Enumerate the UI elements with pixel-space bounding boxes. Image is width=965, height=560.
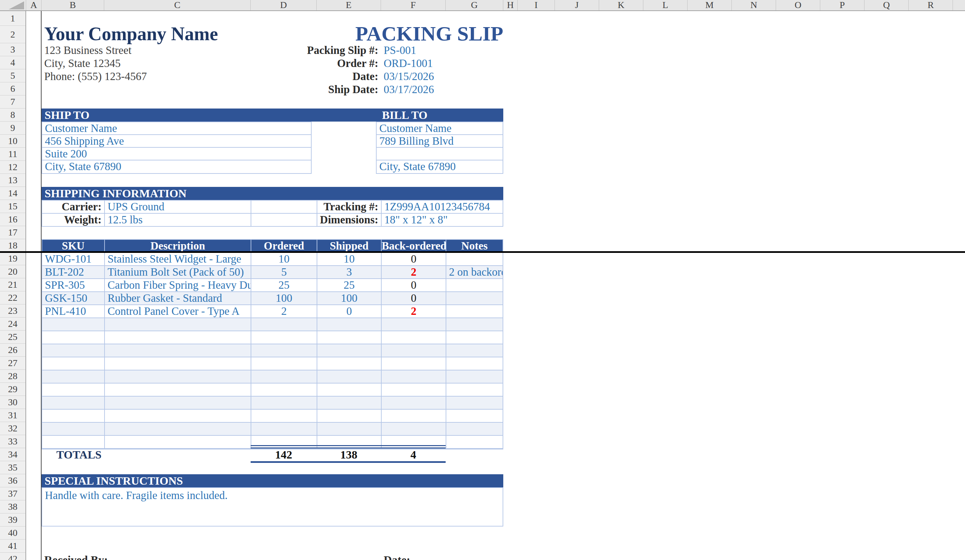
- cell-empty[interactable]: [447, 436, 502, 449]
- company-phone[interactable]: Phone: (555) 123-4567: [44, 70, 147, 83]
- column-header-K[interactable]: K: [599, 0, 643, 10]
- cell-empty[interactable]: [447, 344, 502, 358]
- cell-empty[interactable]: [447, 410, 502, 423]
- document-title[interactable]: PACKING SLIP: [317, 23, 503, 44]
- cell-empty[interactable]: [251, 423, 317, 436]
- cell-backordered[interactable]: 2: [382, 266, 447, 279]
- row-header-42[interactable]: 42: [0, 553, 25, 560]
- row-header-15[interactable]: 15: [0, 200, 25, 213]
- cell-description[interactable]: Carbon Fiber Spring - Heavy Duty: [105, 279, 251, 292]
- cell-empty[interactable]: [105, 384, 251, 397]
- row-header-6[interactable]: 6: [0, 82, 25, 95]
- cell-notes[interactable]: 2 on backorder: [447, 266, 502, 279]
- column-header-N[interactable]: N: [732, 0, 776, 10]
- column-header-H[interactable]: H: [503, 0, 518, 10]
- cell-empty[interactable]: [447, 371, 502, 384]
- cell-empty[interactable]: [317, 410, 382, 423]
- row-header-20[interactable]: 20: [0, 265, 25, 278]
- row-header-30[interactable]: 30: [0, 396, 25, 409]
- column-header-P[interactable]: P: [820, 0, 865, 10]
- cell-empty[interactable]: [447, 397, 502, 410]
- cell-empty[interactable]: [382, 358, 447, 371]
- cell-empty[interactable]: [42, 384, 105, 397]
- shipping-info-spacer-cell[interactable]: [251, 214, 317, 227]
- column-header-Q[interactable]: Q: [865, 0, 909, 10]
- cell-empty[interactable]: [317, 423, 382, 436]
- row-header-31[interactable]: 31: [0, 409, 25, 422]
- cell-empty[interactable]: [382, 423, 447, 436]
- cell-backordered[interactable]: 0: [382, 292, 447, 305]
- row-header-38[interactable]: 38: [0, 500, 25, 513]
- cell-empty[interactable]: [42, 397, 105, 410]
- cell-empty[interactable]: [251, 384, 317, 397]
- cell-empty[interactable]: [42, 423, 105, 436]
- column-header-G[interactable]: G: [446, 0, 503, 10]
- shipping-info-spacer-cell[interactable]: [251, 201, 317, 214]
- cell-empty[interactable]: [105, 410, 251, 423]
- row-header-24[interactable]: 24: [0, 318, 25, 331]
- cell-notes[interactable]: [447, 292, 502, 305]
- cell-ordered[interactable]: 10: [251, 253, 317, 266]
- row-header-25[interactable]: 25: [0, 331, 25, 344]
- row-header-18[interactable]: 18: [0, 239, 25, 252]
- cell-notes[interactable]: [447, 253, 502, 266]
- row-header-26[interactable]: 26: [0, 344, 25, 357]
- cell-description[interactable]: Rubber Gasket - Standard: [105, 292, 251, 305]
- cell-empty[interactable]: [382, 318, 447, 331]
- cell-empty[interactable]: [42, 436, 105, 449]
- cell-empty[interactable]: [382, 371, 447, 384]
- row-header-5[interactable]: 5: [0, 69, 25, 82]
- cell-empty[interactable]: [251, 358, 317, 371]
- weight-value[interactable]: 12.5 lbs: [105, 214, 251, 227]
- row-header-33[interactable]: 33: [0, 435, 25, 448]
- cell-empty[interactable]: [317, 371, 382, 384]
- cell-sku[interactable]: SPR-305: [42, 279, 105, 292]
- shipto-billto-header-bar[interactable]: SHIP TO BILL TO: [41, 109, 503, 122]
- cell-empty[interactable]: [105, 397, 251, 410]
- cell-shipped[interactable]: 100: [317, 292, 382, 305]
- row-header-10[interactable]: 10: [0, 135, 25, 148]
- packing-slip-number-value[interactable]: PS-001: [384, 44, 503, 57]
- totals-shipped[interactable]: 138: [317, 448, 381, 461]
- row-header-22[interactable]: 22: [0, 291, 25, 304]
- row-header-32[interactable]: 32: [0, 422, 25, 435]
- cell-backordered[interactable]: 2: [382, 305, 447, 318]
- column-header-B[interactable]: B: [41, 0, 104, 10]
- row-header-29[interactable]: 29: [0, 383, 25, 396]
- cell-description[interactable]: Control Panel Cover - Type A: [105, 305, 251, 318]
- cell-empty[interactable]: [317, 331, 382, 344]
- company-address-line1[interactable]: 123 Business Street: [44, 44, 131, 57]
- cell-ordered[interactable]: 2: [251, 305, 317, 318]
- carrier-value[interactable]: UPS Ground: [105, 201, 251, 214]
- row-header-8[interactable]: 8: [0, 109, 25, 122]
- cell-empty[interactable]: [317, 318, 382, 331]
- cell-empty[interactable]: [447, 423, 502, 436]
- totals-ordered[interactable]: 142: [250, 448, 317, 461]
- cell-empty[interactable]: [251, 410, 317, 423]
- row-header-21[interactable]: 21: [0, 278, 25, 291]
- row-header-27[interactable]: 27: [0, 357, 25, 370]
- cell-empty[interactable]: [447, 318, 502, 331]
- row-header-36[interactable]: 36: [0, 474, 25, 487]
- row-header-17[interactable]: 17: [0, 226, 25, 239]
- cell-backordered[interactable]: 0: [382, 279, 447, 292]
- row-header-11[interactable]: 11: [0, 148, 25, 161]
- cell-ordered[interactable]: 100: [251, 292, 317, 305]
- row-header-12[interactable]: 12: [0, 161, 25, 174]
- cell-shipped[interactable]: 0: [317, 305, 382, 318]
- cell-empty[interactable]: [382, 331, 447, 344]
- column-header-I[interactable]: I: [518, 0, 555, 10]
- cell-description[interactable]: Titanium Bolt Set (Pack of 50): [105, 266, 251, 279]
- row-header-23[interactable]: 23: [0, 304, 25, 318]
- company-address-line2[interactable]: City, State 12345: [44, 57, 121, 70]
- cell-empty[interactable]: [251, 397, 317, 410]
- date-value[interactable]: 03/15/2026: [384, 70, 503, 83]
- cell-empty[interactable]: [42, 344, 105, 358]
- cell-empty[interactable]: [42, 331, 105, 344]
- column-header-F[interactable]: F: [381, 0, 446, 10]
- row-header-4[interactable]: 4: [0, 56, 25, 69]
- column-header-R[interactable]: R: [909, 0, 953, 10]
- row-header-14[interactable]: 14: [0, 187, 25, 200]
- cell-empty[interactable]: [317, 358, 382, 371]
- row-header-16[interactable]: 16: [0, 213, 25, 226]
